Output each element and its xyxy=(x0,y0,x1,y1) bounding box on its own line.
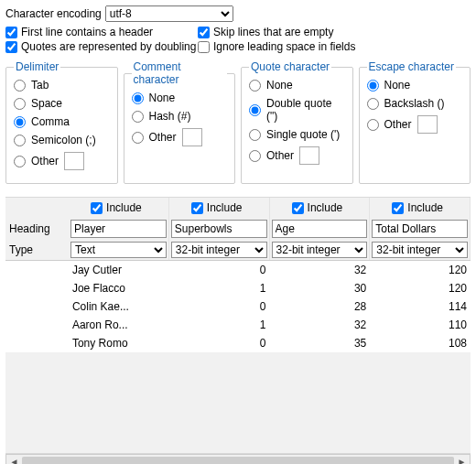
delimiter-radio[interactable] xyxy=(14,156,26,167)
heading-row-label: Heading xyxy=(5,220,69,238)
first-line-header-checkbox[interactable] xyxy=(5,27,17,38)
quote-option-label: Double quote (") xyxy=(266,97,345,123)
comment-radio[interactable] xyxy=(132,132,144,144)
table-cell: 110 xyxy=(370,317,471,333)
delimiter-radio[interactable] xyxy=(14,80,26,92)
quote-radio[interactable] xyxy=(249,129,261,141)
comment-option-label: Other xyxy=(149,131,177,144)
delimiter-option-label: Tab xyxy=(31,79,49,92)
delimiter-legend: Delimiter xyxy=(14,60,60,73)
comment-group: Comment characterNoneHash (#)Other xyxy=(124,60,236,184)
comment-option-label: Hash (#) xyxy=(149,110,191,123)
heading-input[interactable] xyxy=(171,220,267,238)
delimiter-option-label: Other xyxy=(31,155,59,167)
delimiter-option-label: Semicolon (;) xyxy=(31,134,96,146)
table-cell: Joe Flacco xyxy=(69,280,169,297)
horizontal-scrollbar[interactable]: ◄ ► xyxy=(5,454,471,464)
quotes-doubling-label: Quotes are represented by doubling xyxy=(21,40,196,53)
delimiter-radio[interactable] xyxy=(14,98,26,110)
include-checkbox[interactable] xyxy=(292,202,304,214)
encoding-label: Character encoding xyxy=(5,7,102,20)
table-cell: 30 xyxy=(269,280,370,297)
table-cell: 114 xyxy=(370,298,471,315)
quote-option-label: Other xyxy=(266,149,294,162)
type-select[interactable]: Text32-bit integer xyxy=(372,242,468,258)
escape-legend: Escape character xyxy=(367,60,456,73)
delimiter-option-label: Space xyxy=(31,97,62,110)
include-label: Include xyxy=(407,201,443,214)
include-checkbox[interactable] xyxy=(392,202,404,214)
table-cell: 35 xyxy=(269,335,370,351)
include-checkbox[interactable] xyxy=(91,202,103,214)
escape-option-label: Other xyxy=(384,118,412,131)
heading-input[interactable] xyxy=(372,220,468,238)
quote-legend: Quote character xyxy=(249,60,331,73)
table-cell: 120 xyxy=(370,262,471,278)
heading-input[interactable] xyxy=(70,220,167,238)
delimiter-option-label: Comma xyxy=(31,115,70,128)
escape-other-input[interactable] xyxy=(417,115,438,134)
escape-option-label: None xyxy=(384,79,411,92)
table-cell: 1 xyxy=(169,280,270,297)
skip-empty-checkbox[interactable] xyxy=(198,27,210,38)
quote-group: Quote characterNoneDouble quote (")Singl… xyxy=(241,60,353,184)
escape-option-label: Backslash () xyxy=(384,97,445,110)
skip-empty-label: Skip lines that are empty xyxy=(213,26,333,38)
quote-radio[interactable] xyxy=(249,104,261,116)
table-cell: Tony Romo xyxy=(69,335,169,351)
table-row: Jay Cutler032120 xyxy=(5,261,471,279)
quote-other-input[interactable] xyxy=(299,146,319,165)
type-select[interactable]: Text32-bit integer xyxy=(171,242,267,258)
table-cell: 108 xyxy=(370,335,471,351)
heading-input[interactable] xyxy=(272,220,368,238)
ignore-leading-checkbox[interactable] xyxy=(198,41,210,53)
table-cell: 1 xyxy=(169,317,270,333)
encoding-select[interactable]: utf-8 xyxy=(105,5,233,22)
table-row: Colin Kae...028114 xyxy=(5,297,471,316)
include-label: Include xyxy=(106,201,142,214)
type-select[interactable]: Text32-bit integer xyxy=(70,242,167,258)
delimiter-radio[interactable] xyxy=(14,135,26,146)
delimiter-radio[interactable] xyxy=(14,116,26,128)
table-cell: 0 xyxy=(169,262,270,278)
include-label: Include xyxy=(308,201,343,214)
quote-radio[interactable] xyxy=(249,150,261,162)
escape-radio[interactable] xyxy=(367,119,379,131)
type-row-label: Type xyxy=(5,241,69,259)
table-cell: Jay Cutler xyxy=(69,262,169,278)
quote-option-label: None xyxy=(266,79,293,92)
delimiter-group: DelimiterTabSpaceCommaSemicolon (;)Other xyxy=(5,60,118,184)
table-row: Aaron Ro...132110 xyxy=(5,316,471,334)
first-line-header-label: First line contains a header xyxy=(21,26,153,38)
scroll-thumb[interactable] xyxy=(22,457,454,464)
table-cell: 120 xyxy=(370,280,471,297)
comment-legend: Comment character xyxy=(132,60,228,86)
quote-option-label: Single quote (') xyxy=(266,128,340,141)
quote-radio[interactable] xyxy=(249,80,261,92)
comment-other-input[interactable] xyxy=(182,128,202,146)
table-cell: 32 xyxy=(269,317,370,333)
comment-radio[interactable] xyxy=(132,92,144,104)
escape-radio[interactable] xyxy=(367,98,379,110)
type-select[interactable]: Text32-bit integer xyxy=(272,242,368,258)
scroll-right-icon[interactable]: ► xyxy=(454,455,470,464)
scroll-left-icon[interactable]: ◄ xyxy=(6,455,22,464)
table-cell: Colin Kae... xyxy=(69,298,169,315)
include-label: Include xyxy=(207,201,243,214)
table-cell: 28 xyxy=(269,298,370,315)
table-cell: Aaron Ro... xyxy=(69,317,169,333)
comment-radio[interactable] xyxy=(132,111,144,123)
escape-group: Escape characterNoneBackslash ()Other xyxy=(359,60,471,184)
escape-radio[interactable] xyxy=(367,80,379,92)
table-row: Joe Flacco130120 xyxy=(5,279,471,297)
table-cell: 32 xyxy=(269,262,370,278)
table-cell: 0 xyxy=(169,335,270,351)
quotes-doubling-checkbox[interactable] xyxy=(5,41,17,53)
comment-option-label: None xyxy=(149,92,176,104)
delimiter-other-input[interactable] xyxy=(64,152,84,170)
include-checkbox[interactable] xyxy=(191,202,203,214)
table-cell: 0 xyxy=(169,298,270,315)
ignore-leading-label: Ignore leading space in fields xyxy=(213,40,355,53)
table-row: Tony Romo035108 xyxy=(5,334,471,352)
